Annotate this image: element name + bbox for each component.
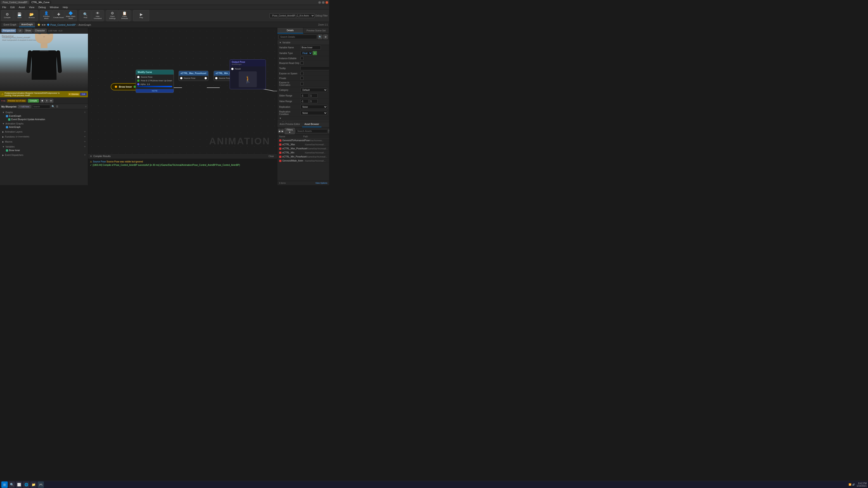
vp-show-btn[interactable]: Show: [24, 29, 33, 33]
rb-item-2[interactable]: eCTRL_Max_PoseAsset /Game/DazToUnreal/..…: [277, 147, 329, 151]
ectrl-max-node[interactable]: eCTRL_Max_PoseAsset Source Pose: [179, 71, 209, 81]
bp-functions-add[interactable]: +: [84, 135, 86, 138]
bp-event-graph-item[interactable]: EventGraph: [1, 114, 87, 118]
private-checkbox[interactable]: [301, 76, 304, 80]
expose-on-spawn-checkbox[interactable]: [301, 72, 304, 75]
menu-help[interactable]: Help: [62, 5, 69, 9]
rb-item-1[interactable]: eCTRL_Max /Game/DazToUnreal/...: [277, 142, 329, 147]
modify-curve-node[interactable]: Modify Curve Source Pose Pose E CTRLBrow…: [135, 70, 174, 93]
rep-condition-select[interactable]: None: [301, 111, 327, 115]
bp-functions-header[interactable]: ▶ Functions (4 Overridable) +: [1, 135, 87, 139]
details-expand-row[interactable]: ▼: [277, 116, 329, 120]
bp-variables-add[interactable]: +: [84, 145, 86, 148]
event-graph-tab[interactable]: Event Graph: [1, 23, 19, 27]
expand-icon[interactable]: ▼: [279, 117, 281, 120]
bp-anim-layers-add[interactable]: +: [84, 130, 86, 133]
bp-anim-graph-item[interactable]: AnimGraph: [1, 125, 87, 129]
value-max-input[interactable]: [309, 99, 318, 103]
slider-min-input[interactable]: [301, 94, 309, 98]
class-settings-button[interactable]: ⚙ Class Settings: [106, 10, 118, 21]
details-search-btn[interactable]: 🔍: [318, 35, 322, 39]
menu-window[interactable]: Window: [49, 5, 59, 9]
details-search-input[interactable]: [279, 35, 317, 39]
slider-max-input[interactable]: [309, 94, 318, 98]
rb-search-input[interactable]: [296, 129, 328, 133]
minimize-btn[interactable]: ─: [318, 1, 321, 4]
variable-type-select[interactable]: Float: [301, 51, 312, 55]
vp-character-btn[interactable]: Character: [33, 29, 46, 33]
tooltip-input[interactable]: [301, 66, 329, 70]
var-type-btn[interactable]: ▼: [313, 51, 317, 55]
alpha-slider[interactable]: [137, 86, 172, 87]
title-tab-2[interactable]: CTRL_Min_Curve: [30, 1, 51, 4]
bp-add-new-btn[interactable]: + Add New: [18, 105, 31, 108]
anim-preview-editor-tab[interactable]: Anim Preview Editor: [277, 122, 302, 127]
preview-scene-tab[interactable]: Preview Scene Set: [303, 28, 329, 33]
bp-graphs-header[interactable]: ▼ Graphs +: [1, 110, 87, 114]
menu-debug[interactable]: Debug: [37, 5, 46, 9]
details-tab[interactable]: Details: [277, 28, 303, 33]
anim-graph-tab[interactable]: AnimGraph: [19, 22, 35, 27]
menu-view[interactable]: View: [28, 5, 35, 9]
save-button[interactable]: 💾 Save: [13, 10, 25, 21]
variable-section-header[interactable]: ▼ Variable: [277, 40, 329, 45]
details-filter-btn[interactable]: ⚙: [323, 35, 328, 39]
rb-item-5[interactable]: Genesis8Male_Anim /Game/DazToUnreal/...: [277, 159, 329, 163]
source-pose-link[interactable]: Source Pose: [93, 160, 106, 163]
breadcrumb-bp[interactable]: Pose_Control_AnimBP: [51, 24, 76, 26]
vp-lit-btn[interactable]: Lit: [17, 29, 23, 33]
stop-btn[interactable]: ⏸: [45, 99, 49, 103]
bp-list-icon[interactable]: ☰: [56, 105, 58, 108]
bp-search-icon[interactable]: 🔍: [52, 105, 55, 108]
value-min-input[interactable]: [301, 99, 309, 103]
bp-anim-graphs-header[interactable]: ▼ Animation Graphs: [1, 122, 87, 125]
instance-editable-checkbox[interactable]: [301, 57, 304, 60]
compiler-clear-btn[interactable]: Clear: [267, 155, 275, 158]
hide-unrelated-button[interactable]: 👁 Hide Unrelated: [92, 10, 103, 21]
menu-asset[interactable]: Asset: [18, 5, 26, 9]
viewport-canvas[interactable]: Perspective Previewing Pose_Control_Anim…: [0, 34, 88, 91]
category-select[interactable]: Default: [301, 88, 327, 92]
rb-forward-btn[interactable]: ▶: [281, 129, 284, 133]
class-defaults-button[interactable]: 📋 Class Defaults: [119, 10, 130, 21]
output-pose-node[interactable]: Output Pose AnimGraph Result 🚶: [230, 59, 266, 89]
replication-select[interactable]: None: [301, 105, 327, 109]
rb-back-btn[interactable]: ◀: [278, 129, 281, 133]
bp-macros-header[interactable]: ▶ Macros +: [1, 140, 87, 144]
bp-anim-layers-header[interactable]: ▶ Animation Layers +: [1, 130, 87, 134]
compile-btn[interactable]: Compile: [28, 99, 39, 103]
bp-brow-inner-item[interactable]: Brow Inner: [1, 149, 87, 152]
find-button[interactable]: 🔍 Find: [80, 10, 91, 21]
record-btn[interactable]: ⏺: [40, 99, 44, 103]
create-asset-button[interactable]: ✚ Create Asset: [53, 10, 64, 21]
vp-perspective-btn[interactable]: Perspective: [1, 29, 16, 33]
rb-filters-btn[interactable]: Filters ▼: [285, 128, 295, 134]
bp-dispatchers-add[interactable]: +: [84, 153, 86, 157]
warning-edit-btn[interactable]: Edit: [80, 93, 87, 96]
compile-button[interactable]: ⚙ Compile: [1, 10, 13, 21]
variable-name-input[interactable]: [301, 46, 321, 50]
bp-add-icon[interactable]: +: [85, 105, 87, 108]
asset-browser-tab[interactable]: Asset Browser: [302, 122, 321, 127]
warning-dismiss-btn[interactable]: ✕ Dismiss: [68, 93, 79, 96]
browse-button[interactable]: 📂 Browse: [26, 10, 37, 21]
bp-search-input[interactable]: [32, 105, 50, 108]
rb-search-btn[interactable]: 🔍: [329, 129, 329, 133]
bp-event-update-item[interactable]: Event Blueprint Update Animation: [1, 118, 87, 121]
bp-graphs-add[interactable]: +: [84, 111, 86, 114]
rb-view-options-btn[interactable]: View Options: [315, 182, 327, 184]
menu-edit[interactable]: Edit: [9, 5, 16, 9]
expose-to-cinematics-checkbox[interactable]: [301, 82, 304, 86]
rb-item-0[interactable]: Genesis8ToHumanoidPose /DazToUnrea...: [277, 138, 329, 142]
bp-macros-add[interactable]: +: [84, 140, 86, 143]
bp-dispatchers-header[interactable]: ▶ Event Dispatchers +: [1, 153, 87, 157]
rb-item-4[interactable]: eCTRL_Min_PoseAsset /Game/DazToUnreal/..…: [277, 155, 329, 159]
step-btn[interactable]: ⏭: [49, 99, 53, 103]
title-tab-1[interactable]: Pose_Control_UnrealBP: [1, 1, 29, 4]
bp-read-only-checkbox[interactable]: [301, 61, 304, 65]
bp-variables-header[interactable]: ▼ Variables +: [1, 144, 87, 149]
play-button[interactable]: ▶ Play: [133, 10, 149, 21]
maximize-btn[interactable]: □: [322, 1, 324, 4]
make-static-mesh-button[interactable]: 🔷 Make Static Mesh: [65, 10, 76, 21]
rb-item-3[interactable]: eCTRL_Min /Game/DazToUnreal/...: [277, 151, 329, 155]
